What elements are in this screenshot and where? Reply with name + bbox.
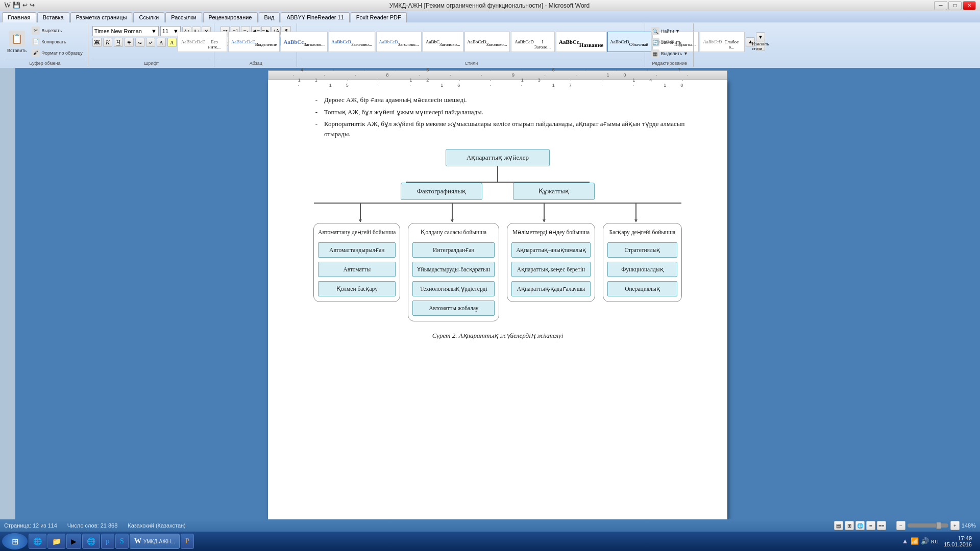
text-effects-button[interactable]: A [157,38,166,47]
tab-mailings[interactable]: Рассылки [165,12,202,22]
maximize-button[interactable]: □ [948,1,962,10]
col0-header: Автоматтану деңгейі бойынша [318,229,396,236]
taskbar-chrome[interactable]: 🌐 [82,534,100,549]
editing-group: 🔍 Найти ▼ 🔄 Заменить ▦ Выделить ▼ Редакт… [646,23,694,67]
tab-page-layout[interactable]: Разметка страницы [70,12,133,22]
powerpoint-icon: P [185,537,189,545]
ribbon: Главная Вставка Разметка страницы Ссылки… [0,11,980,68]
taskbar-skype[interactable]: S [115,534,129,549]
view-buttons: ▤ ⊞ 🌐 ≡ ≡≡ [834,521,886,530]
view-print-button[interactable]: ▤ [834,521,843,530]
status-bar: Страница: 12 из 114 Число слов: 21 868 К… [0,519,980,532]
tab-review[interactable]: Рецензирование [203,12,258,22]
tray-volume-icon[interactable]: 🔊 [921,537,929,545]
select-button[interactable]: ▦ Выделить ▼ [649,48,690,59]
superscript-button[interactable]: x² [146,38,155,47]
style-heading-5[interactable]: AaBbCcDЗаголово... [464,32,510,52]
style-no-interval[interactable]: AaBbCcDeЕБез инте... [178,32,227,52]
style-normal[interactable]: AaBbCcDОбычный [607,32,651,52]
window-controls: ─ □ ✕ [934,1,976,10]
zoom-slider[interactable] [908,523,948,528]
style-title[interactable]: AaBbCcНазвание [556,32,606,52]
italic-button[interactable]: К [103,38,112,47]
zoom-out-button[interactable]: − [896,521,905,530]
styles-scroll-down[interactable]: ▼ [756,32,765,41]
clipboard-items: 📋 Вставить ✂ Вырезать 📄 Копировать 🖌 Фор… [5,24,85,59]
ribbon-content: 📋 Вставить ✂ Вырезать 📄 Копировать 🖌 Фор… [0,22,980,68]
font-name-selector[interactable]: Times New Roman ▼ [92,26,159,36]
bold-button[interactable]: Ж [92,38,102,47]
diagram-level3: Автоматтану деңгейі бойынша Автоматтанды… [313,223,682,321]
zoom-thumb[interactable] [936,522,941,529]
zoom-in-button[interactable]: + [950,521,960,530]
cut-button[interactable]: ✂ Вырезать [30,26,85,36]
zoom-level[interactable]: 148% [962,522,976,529]
find-button[interactable]: 🔍 Найти ▼ [649,26,690,36]
tab-references[interactable]: Ссылки [133,12,164,22]
taskbar-word[interactable]: W УМКД-АЖН... [130,534,180,549]
diagram-column-2: Мәліметтерді өңдеу бойынша Ақпараттық–ан… [507,223,595,302]
paragraph-label: Абзац [218,60,293,66]
quick-save-icon[interactable]: 💾 [13,2,20,10]
view-draft-button[interactable]: ≡≡ [877,521,886,530]
taskbar-utorrent[interactable]: µ [101,534,114,549]
paste-button[interactable]: 📋 Вставить [5,30,29,54]
replace-button[interactable]: 🔄 Заменить [649,37,690,47]
quick-undo-icon[interactable]: ↩ [22,2,28,10]
diagram-column-3: Басқару деңгейі бойынша Стратегиялық Фун… [603,223,682,302]
subscript-button[interactable]: x₂ [135,38,144,47]
format-painter-icon: 🖌 [32,49,40,57]
taskbar-powerpoint[interactable]: P [181,534,194,549]
style-heading-default[interactable]: AaBbCcDeЕВыделение [228,32,280,52]
view-outline-button[interactable]: ≡ [866,521,875,530]
start-button[interactable]: ⊞ [2,533,28,549]
format-painter-button[interactable]: 🖌 Формат по образцу [30,48,85,58]
diagram-l2-box-0: Фактографиялық [401,183,482,200]
taskbar-media[interactable]: ▶ [66,534,81,549]
tray-language-icon[interactable]: RU [931,538,939,544]
col2-item-2: Ақпараттық-қадағалаушы [511,281,591,296]
col1-item-2: Технологиялық үрдістерді [412,281,495,296]
col1-item-3: Автоматты жобалау [412,300,495,316]
tray-expand-icon[interactable]: ▲ [902,537,909,545]
tab-home[interactable]: Главная [2,12,36,22]
strikethrough-button[interactable]: ч [125,38,134,47]
bullet-item-3: - Корпоративтік АЖ, бұл жүйені бір мекем… [309,119,687,139]
drop-col2: ▼ [452,203,453,222]
taskbar-clock: 17:49 15.01.2016 [941,535,975,547]
view-fullscreen-button[interactable]: ⊞ [845,521,854,530]
diagram-top: Ақпараттық жүйелер [446,149,550,166]
style-heading-2[interactable]: AaBbCcDЗаголово... [329,32,375,52]
taskbar-ie[interactable]: 🌐 [29,534,46,549]
tray-network-icon[interactable]: 📶 [911,537,919,545]
style-heading-1[interactable]: AaBbCcЗаголово... [281,32,328,52]
status-language[interactable]: Казахский (Казахстан) [128,522,185,529]
taskbar-explorer[interactable]: 📁 [47,534,65,549]
doc-container: · 1 · · · 2 · · · 3 · · · 4 · · · 5 · · … [15,68,980,519]
copy-button[interactable]: 📄 Копировать [30,37,85,47]
style-heading-3[interactable]: AaBbCcDЗаголово... [376,32,422,52]
view-web-button[interactable]: 🌐 [855,521,865,530]
style-subtle-emph[interactable]: AaBbCcDСлабое в... [700,32,745,52]
replace-icon: 🔄 [651,38,659,46]
main-area: · 1 · · · 2 · · · 3 · · · 4 · · · 5 · · … [0,68,980,519]
tab-view[interactable]: Вид [259,12,280,22]
clipboard-label: Буфер обмена [5,60,85,66]
style-heading-6[interactable]: AaBbCcDЇ Заголо... [511,32,555,52]
tab-foxit[interactable]: Foxit Reader PDF [351,12,407,22]
cut-icon: ✂ [32,27,40,35]
quick-redo-icon[interactable]: ↪ [30,2,35,10]
drop-col1: ▼ [360,203,361,222]
windows-logo-icon: ⊞ [12,537,18,546]
minimize-button[interactable]: ─ [934,1,947,10]
change-styles-button[interactable]: Изменить стили [756,42,765,51]
tab-abbyy[interactable]: ABBYY FineReader 11 [281,12,349,22]
diagram-l2-box-1: Құжаттық [513,183,595,200]
tab-insert[interactable]: Вставка [37,12,69,22]
underline-button[interactable]: Ч [114,38,123,47]
style-heading-4[interactable]: AaBbCЗаголово... [423,32,463,52]
col3-item-2: Операциялық [607,281,677,296]
col3-header: Басқару деңгейі бойынша [607,229,677,236]
close-button[interactable]: ✕ [963,1,976,10]
col3-item-1: Функционалдық [607,262,677,277]
